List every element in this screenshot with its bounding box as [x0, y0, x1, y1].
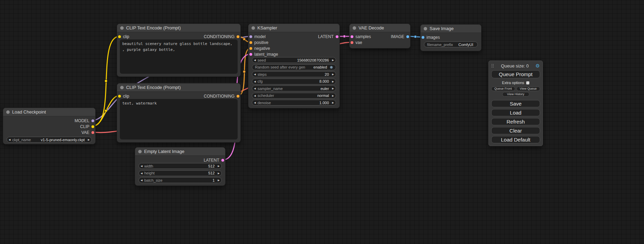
increment-arrow-icon[interactable]: ▶ — [216, 172, 221, 174]
slot-label: CONDITIONING — [204, 34, 235, 39]
clear-button[interactable]: Clear — [491, 127, 540, 134]
wire-midpoint-dot — [343, 35, 346, 38]
collapse-toggle-icon[interactable] — [120, 86, 124, 89]
collapse-toggle-icon[interactable] — [252, 26, 255, 30]
node-titlebar[interactable]: Empty Latent Image — [135, 147, 225, 156]
latent-output-dot[interactable] — [336, 35, 338, 38]
increment-arrow-icon[interactable]: ▶ — [330, 59, 336, 61]
node-vae-decode[interactable]: VAE Decode samples IMAGE vae — [349, 24, 411, 48]
widget-cfg[interactable]: ◀ cfg 8.000 ▶ — [252, 79, 336, 84]
slot-row: vae — [350, 39, 410, 45]
widget-value: 1.000 — [319, 101, 330, 105]
positive-input-dot[interactable] — [249, 41, 252, 44]
conditioning-output-dot[interactable] — [237, 95, 239, 98]
collapse-toggle-icon[interactable] — [353, 26, 356, 30]
collapse-toggle-icon[interactable] — [6, 110, 10, 114]
drag-handle-icon[interactable] — [492, 64, 494, 68]
queue-front-button[interactable]: Queue Front — [491, 87, 515, 91]
decrement-arrow-icon[interactable]: ◀ — [252, 80, 257, 83]
node-clip-text-encode-positive[interactable]: CLIP Text Encode (Prompt) clip CONDITION… — [117, 24, 241, 77]
prev-value-arrow-icon[interactable]: ◀ — [252, 94, 257, 97]
slot-label: images — [426, 35, 440, 40]
load-button[interactable]: Load — [491, 109, 540, 116]
node-titlebar[interactable]: Save Image — [421, 25, 481, 33]
increment-arrow-icon[interactable]: ▶ — [330, 101, 336, 104]
decrement-arrow-icon[interactable]: ◀ — [252, 59, 257, 61]
latent-output-dot[interactable] — [221, 159, 224, 162]
next-value-arrow-icon[interactable]: ▶ — [330, 87, 336, 90]
prev-value-arrow-icon[interactable]: ◀ — [252, 87, 257, 90]
samples-input-dot[interactable] — [351, 35, 353, 38]
latent-image-input-dot[interactable] — [249, 53, 252, 56]
widget-sampler-name[interactable]: ◀ sampler_name euler ▶ — [252, 85, 336, 91]
widget-steps[interactable]: ◀ steps 20 ▶ — [252, 71, 336, 77]
positive-prompt-textarea[interactable]: beautiful scenery nature glass bottle la… — [120, 39, 238, 74]
node-ksampler[interactable]: KSampler model LATENT positive — [248, 24, 340, 108]
view-history-button[interactable]: View History — [502, 92, 529, 97]
clip-output-dot[interactable] — [91, 125, 94, 128]
widget-ckpt-name[interactable]: ◀ ckpt_name v1-5-pruned-emaonly.ckpt ▶ — [7, 137, 92, 143]
slot-label: IMAGE — [391, 34, 404, 39]
decrement-arrow-icon[interactable]: ◀ — [139, 172, 144, 174]
widget-seed[interactable]: ◀ seed 156680208700286 ▶ — [252, 57, 336, 63]
increment-arrow-icon[interactable]: ▶ — [330, 80, 336, 83]
clip-input-dot[interactable] — [118, 35, 121, 38]
node-titlebar[interactable]: CLIP Text Encode (Prompt) — [117, 24, 240, 32]
toggle-dot-icon[interactable] — [330, 66, 333, 69]
vae-output-dot[interactable] — [91, 131, 94, 134]
output-slot-image: IMAGE — [391, 34, 409, 39]
comfy-menu-panel[interactable]: Queue size: 0 ⚙ Queue Prompt Extra optio… — [488, 61, 543, 146]
decrement-arrow-icon[interactable]: ◀ — [139, 179, 144, 181]
widget-width[interactable]: ◀ width 512 ▶ — [139, 163, 222, 169]
decrement-arrow-icon[interactable]: ◀ — [252, 101, 257, 104]
negative-input-dot[interactable] — [249, 47, 252, 50]
widget-filename-prefix[interactable]: filename_prefix ComfyUI — [424, 42, 478, 47]
clip-input-dot[interactable] — [118, 95, 121, 98]
widget-height[interactable]: ◀ height 512 ▶ — [139, 170, 222, 176]
extra-options-label: Extra options — [502, 81, 524, 85]
next-value-arrow-icon[interactable]: ▶ — [86, 138, 91, 141]
view-queue-button[interactable]: View Queue — [517, 87, 540, 91]
images-input-dot[interactable] — [422, 36, 424, 39]
node-clip-text-encode-negative[interactable]: CLIP Text Encode (Prompt) clip CONDITION… — [117, 83, 241, 143]
model-output-dot[interactable] — [91, 119, 94, 122]
vae-input-dot[interactable] — [351, 41, 353, 44]
collapse-toggle-icon[interactable] — [138, 150, 142, 153]
widget-denoise[interactable]: ◀ denoise 1.000 ▶ — [252, 100, 336, 106]
node-titlebar[interactable]: CLIP Text Encode (Prompt) — [117, 83, 240, 92]
widget-label: denoise — [257, 101, 271, 105]
refresh-button[interactable]: Refresh — [491, 118, 540, 125]
collapse-toggle-icon[interactable] — [424, 27, 427, 30]
node-load-checkpoint[interactable]: Load Checkpoint MODEL CLIP VAE — [3, 108, 96, 144]
slot-label: negative — [254, 46, 270, 51]
widget-batch-size[interactable]: ◀ batch_size 1 ▶ — [139, 177, 222, 183]
input-slot-clip: clip — [118, 94, 129, 99]
node-save-image[interactable]: Save Image images filename_prefix ComfyU… — [420, 24, 482, 51]
next-value-arrow-icon[interactable]: ▶ — [330, 94, 336, 97]
increment-arrow-icon[interactable]: ▶ — [216, 165, 221, 167]
node-titlebar[interactable]: KSampler — [248, 24, 339, 32]
conditioning-output-dot[interactable] — [237, 35, 239, 38]
model-input-dot[interactable] — [249, 35, 252, 38]
node-titlebar[interactable]: VAE Decode — [350, 24, 410, 32]
widget-value: 512 — [208, 164, 216, 168]
widget-value: 8.000 — [319, 79, 330, 83]
collapse-toggle-icon[interactable] — [120, 26, 124, 30]
decrement-arrow-icon[interactable]: ◀ — [139, 165, 144, 167]
load-default-button[interactable]: Load Default — [491, 136, 540, 143]
node-titlebar[interactable]: Load Checkpoint — [3, 108, 95, 116]
increment-arrow-icon[interactable]: ▶ — [216, 179, 221, 181]
negative-prompt-textarea[interactable]: text, watermark — [120, 99, 238, 139]
save-button[interactable]: Save — [491, 100, 540, 107]
extra-options-checkbox[interactable] — [526, 81, 529, 84]
queue-prompt-button[interactable]: Queue Prompt — [491, 70, 540, 78]
decrement-arrow-icon[interactable]: ◀ — [252, 73, 257, 75]
image-output-dot[interactable] — [406, 35, 409, 38]
prev-value-arrow-icon[interactable]: ◀ — [7, 138, 12, 141]
widget-scheduler[interactable]: ◀ scheduler normal ▶ — [252, 93, 336, 99]
increment-arrow-icon[interactable]: ▶ — [330, 73, 336, 75]
widget-random-seed-toggle[interactable]: Random seed after every gen enabled — [252, 64, 336, 70]
node-empty-latent-image[interactable]: Empty Latent Image LATENT ◀ width 512 ▶ … — [135, 147, 226, 186]
settings-gear-icon[interactable]: ⚙ — [535, 63, 540, 68]
node-graph-canvas[interactable]: Load Checkpoint MODEL CLIP VAE — [0, 0, 644, 244]
